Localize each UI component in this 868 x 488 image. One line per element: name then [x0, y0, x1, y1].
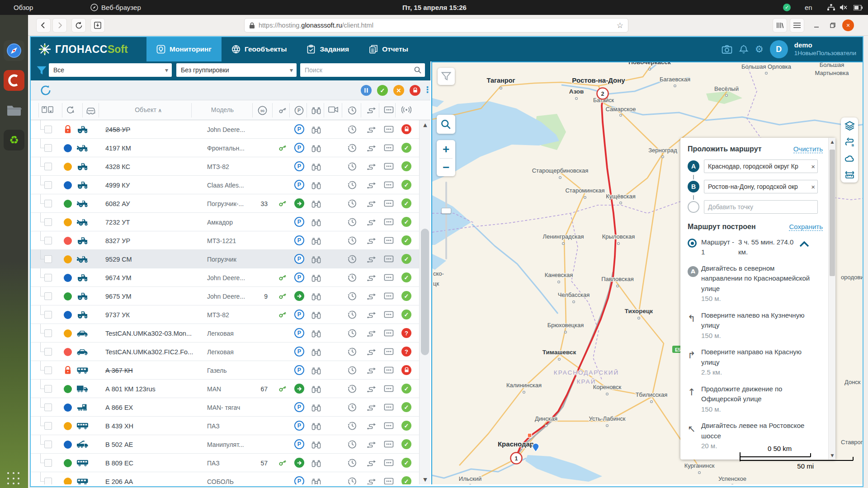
history-icon[interactable]: [348, 366, 357, 375]
object-row[interactable]: 4999 КУClaas Atles...P✓: [31, 176, 419, 194]
back-button[interactable]: [36, 18, 51, 33]
measure-icon[interactable]: [841, 166, 858, 183]
commands-icon[interactable]: [384, 422, 394, 430]
history-icon[interactable]: [348, 217, 357, 226]
routes-icon[interactable]: [367, 310, 377, 319]
commands-icon[interactable]: [384, 181, 394, 189]
commands-icon[interactable]: [384, 125, 394, 133]
row-checkbox[interactable]: [44, 422, 52, 430]
dock-files-icon[interactable]: [4, 100, 24, 121]
dock-green-app-icon[interactable]: ♻: [4, 130, 24, 150]
zoom-slider-handle[interactable]: [441, 208, 451, 214]
row-checkbox[interactable]: [44, 218, 52, 226]
row-checkbox[interactable]: [44, 237, 52, 244]
track-binoculars-icon[interactable]: [311, 329, 321, 338]
routes-icon[interactable]: [367, 347, 377, 356]
glonasssoft-logo[interactable]: ГЛОНАССSoft: [31, 42, 146, 56]
object-row[interactable]: 4197 КМФронтальн...P✓: [31, 139, 419, 157]
object-row[interactable]: TestCAN.UMKa302.FIC2.Fo...ЛегковаяP?: [31, 343, 419, 361]
track-binoculars-icon[interactable]: [311, 477, 321, 484]
kebab-menu-icon[interactable]: ⋮: [423, 84, 432, 94]
object-row[interactable]: В 809 ЕСПАЗ57✓: [31, 454, 419, 472]
routes-icon[interactable]: [367, 181, 377, 189]
track-binoculars-icon[interactable]: [311, 310, 321, 319]
commands-icon[interactable]: [384, 459, 394, 467]
commands-icon[interactable]: [384, 477, 394, 484]
search-icon[interactable]: [414, 66, 421, 74]
history-icon[interactable]: [348, 328, 357, 338]
row-checkbox[interactable]: [44, 255, 52, 263]
route-radio[interactable]: [688, 239, 697, 248]
commands-icon[interactable]: [384, 218, 394, 226]
history-icon[interactable]: [348, 143, 357, 152]
save-route-link[interactable]: Сохранить: [789, 223, 823, 231]
commands-icon[interactable]: [384, 329, 394, 337]
object-row[interactable]: 2458 УРJohn Deere...P: [31, 120, 419, 139]
row-checkbox[interactable]: [44, 478, 52, 484]
column-speed-limit-icon[interactable]: 90: [258, 106, 267, 115]
object-row[interactable]: 4328 КСМТЗ-82P✓: [31, 157, 419, 176]
route-summary[interactable]: Маршрут - 1 3 ч. 55 мин. 274.0 км.: [688, 237, 823, 257]
object-row[interactable]: В 502 АЕМанипулят...P✓: [31, 435, 419, 454]
route-panel-scrollbar[interactable]: ▲ ▼: [828, 138, 835, 460]
route-tool-icon[interactable]: B: [841, 134, 858, 150]
object-row[interactable]: 8327 УРМТЗ-1221P✓: [31, 231, 419, 250]
row-checkbox[interactable]: [44, 385, 52, 393]
commands-icon[interactable]: [384, 403, 394, 411]
track-binoculars-icon[interactable]: [311, 366, 321, 375]
menu-button[interactable]: [790, 18, 804, 33]
weather-icon[interactable]: [841, 150, 858, 166]
vehicle-column-icon[interactable]: [85, 106, 96, 114]
add-point-input[interactable]: Добавить точку: [704, 200, 818, 214]
history-icon[interactable]: [348, 125, 357, 134]
collapse-chevron-icon[interactable]: [799, 237, 810, 257]
track-binoculars-icon[interactable]: [311, 236, 321, 245]
scroll-up-icon[interactable]: ▲: [420, 122, 431, 128]
status-blocked-filter[interactable]: [410, 85, 420, 96]
row-checkbox[interactable]: [44, 274, 52, 282]
column-object[interactable]: Объект ∧: [105, 106, 191, 113]
commands-icon[interactable]: [384, 162, 394, 170]
routes-icon[interactable]: [367, 422, 377, 430]
routes-icon[interactable]: [367, 144, 377, 152]
track-binoculars-icon[interactable]: [311, 162, 321, 171]
status-ok-filter[interactable]: ✓: [377, 85, 388, 96]
history-icon[interactable]: [348, 254, 357, 263]
column-video-icon[interactable]: [328, 106, 338, 113]
row-checkbox[interactable]: [44, 292, 52, 300]
objects-filter-select[interactable]: Все▾: [49, 63, 172, 77]
routes-icon[interactable]: [367, 292, 377, 300]
history-icon[interactable]: [348, 291, 357, 300]
user-info[interactable]: demo1НовыеПользователи: [794, 41, 856, 57]
table-scrollbar[interactable]: ▲ ▼: [419, 120, 430, 484]
object-row[interactable]: А 801 КМ 123rusMAN67✓: [31, 380, 419, 398]
history-icon[interactable]: [348, 477, 357, 484]
library-button[interactable]: [773, 18, 787, 33]
column-routes-icon[interactable]: [367, 106, 377, 114]
row-checkbox[interactable]: [44, 459, 52, 467]
notifications-bell-icon[interactable]: [739, 44, 749, 55]
reload-button[interactable]: [71, 18, 86, 33]
column-history-icon[interactable]: [348, 106, 357, 115]
dock-red-app-icon[interactable]: [4, 70, 24, 91]
row-checkbox[interactable]: [44, 126, 52, 133]
active-app-menu[interactable]: Веб-браузер: [90, 0, 141, 15]
zoom-out-button[interactable]: −: [437, 159, 455, 176]
routes-icon[interactable]: [367, 236, 377, 245]
status-paused-filter[interactable]: [361, 85, 372, 96]
commands-icon[interactable]: [384, 292, 394, 300]
object-row[interactable]: 9737 УКМТЗ-82P✓: [31, 305, 419, 324]
show-applications-button[interactable]: [7, 472, 21, 486]
routes-icon[interactable]: [367, 366, 377, 375]
history-icon[interactable]: [348, 199, 357, 208]
object-row[interactable]: В 439 ХНПАЗP✓: [31, 417, 419, 435]
track-binoculars-icon[interactable]: [311, 385, 321, 394]
object-row[interactable]: 6082 АУПогрузчик-...33✓: [31, 194, 419, 213]
object-row[interactable]: 9674 УМJohn Deere...P✓: [31, 268, 419, 287]
row-checkbox[interactable]: [44, 163, 52, 170]
routes-icon[interactable]: [367, 440, 377, 449]
routes-icon[interactable]: [367, 329, 377, 338]
history-icon[interactable]: [348, 310, 357, 319]
track-binoculars-icon[interactable]: [311, 403, 321, 412]
column-track-icon[interactable]: [311, 106, 321, 115]
